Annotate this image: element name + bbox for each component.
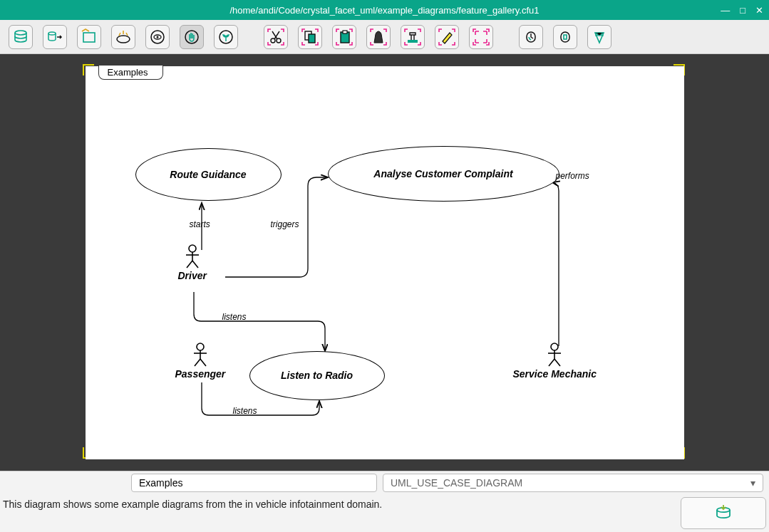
diagram-name-input[interactable]: Examples (131, 474, 377, 492)
svg-point-1 (48, 32, 56, 35)
database-save-icon (713, 504, 733, 523)
window-titlebar: /home/andi/Code/crystal_facet_uml/exampl… (0, 0, 769, 20)
cut-icon[interactable] (264, 25, 288, 49)
usecase-analyse[interactable]: Analyse Customer Complaint (328, 146, 559, 202)
sprout-icon[interactable] (214, 25, 238, 49)
svg-line-23 (192, 261, 198, 268)
maximize-button[interactable]: □ (740, 5, 745, 16)
redo-icon[interactable] (553, 25, 577, 49)
diagram-type-select[interactable]: UML_USE_CASE_DIAGRAM ▾ (383, 474, 763, 492)
highlight-icon[interactable] (435, 25, 459, 49)
close-button[interactable]: ✕ (755, 5, 763, 16)
instantiate-icon[interactable] (401, 25, 425, 49)
edge-label-performs[interactable]: performs (556, 171, 589, 181)
svg-point-3 (117, 36, 130, 43)
usecase-route[interactable]: Route Guidance (135, 148, 282, 201)
diagram-canvas[interactable]: Examples Route GuidanceAnalyse Customer … (86, 66, 684, 459)
edge-label-listens1[interactable]: listens (222, 312, 247, 322)
usecase-listen[interactable]: Listen to Radio (249, 351, 385, 400)
commit-button[interactable] (681, 497, 766, 529)
svg-rect-17 (561, 32, 569, 42)
sun-icon[interactable] (111, 25, 135, 49)
database-icon[interactable] (9, 25, 33, 49)
svg-rect-12 (309, 34, 315, 43)
svg-point-29 (551, 343, 558, 350)
svg-point-6 (157, 36, 159, 38)
paste-icon[interactable] (332, 25, 356, 49)
new-window-icon[interactable] (77, 25, 101, 49)
properties-panel: Examples UML_USE_CASE_DIAGRAM ▾ This dia… (0, 471, 769, 532)
about-icon[interactable] (587, 25, 611, 49)
diagram-tab-label[interactable]: Examples (98, 66, 163, 80)
edge-label-listens2[interactable]: listens (233, 406, 257, 416)
main-toolbar (0, 20, 769, 54)
edge-label-starts[interactable]: starts (190, 219, 210, 229)
svg-rect-15 (408, 40, 418, 43)
svg-rect-14 (343, 31, 347, 33)
actor-passenger[interactable]: Passenger (175, 343, 226, 380)
svg-rect-2 (83, 33, 95, 42)
undo-icon[interactable] (519, 25, 543, 49)
delete-icon[interactable] (366, 25, 391, 49)
export-icon[interactable] (43, 25, 67, 49)
diagram-type-value: UML_USE_CASE_DIAGRAM (391, 477, 522, 489)
svg-line-32 (549, 359, 554, 366)
window-title: /home/andi/Code/crystal_facet_uml/exampl… (229, 5, 539, 16)
minimize-button[interactable]: — (721, 5, 730, 16)
eye-icon[interactable] (145, 25, 170, 49)
chevron-down-icon: ▾ (750, 477, 755, 489)
diagram-viewport: Examples Route GuidanceAnalyse Customer … (0, 54, 769, 471)
reset-selection-icon[interactable] (469, 25, 493, 49)
svg-point-19 (189, 245, 196, 252)
hand-icon[interactable] (180, 25, 204, 49)
svg-line-28 (200, 359, 206, 366)
svg-line-22 (187, 261, 192, 268)
actor-driver[interactable]: Driver (178, 244, 207, 281)
actor-mechanic[interactable]: Service Mechanic (513, 343, 597, 380)
svg-point-24 (197, 343, 204, 350)
svg-point-0 (15, 31, 26, 35)
diagram-description-input[interactable]: This diagram shows some example diagrams… (0, 494, 678, 532)
svg-line-33 (554, 359, 560, 366)
copy-icon[interactable] (298, 25, 322, 49)
svg-line-27 (195, 359, 200, 366)
edge-label-triggers[interactable]: triggers (271, 219, 299, 229)
